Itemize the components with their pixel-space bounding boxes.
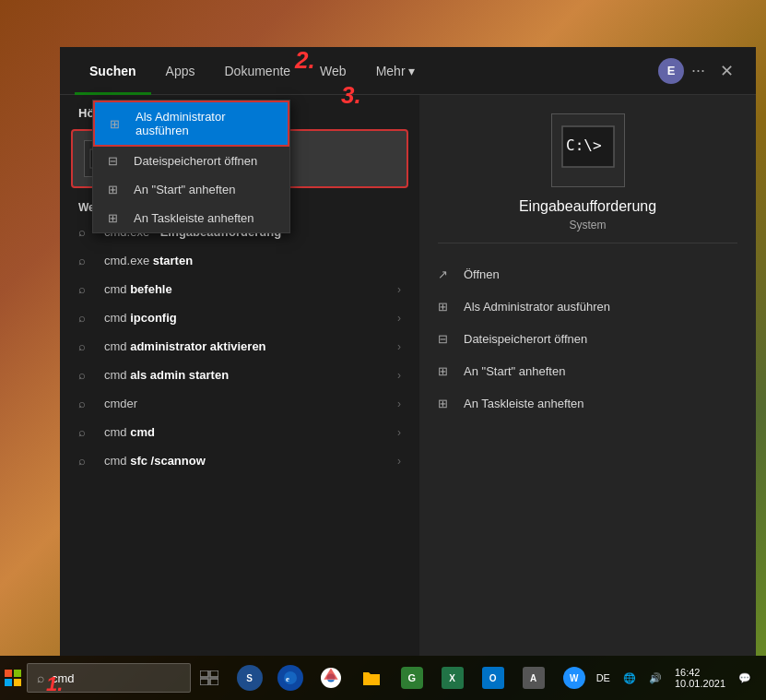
context-pin-taskbar-label: An Taskleiste anheften bbox=[134, 211, 254, 225]
context-pin-start-icon: ⊞ bbox=[108, 183, 123, 196]
taskbar-icon-blue3[interactable]: W bbox=[556, 656, 593, 700]
arrow-icon: › bbox=[397, 369, 401, 382]
right-action-pin-taskbar[interactable]: ⊞ An Taskleiste anheften bbox=[438, 387, 737, 420]
svg-rect-4 bbox=[5, 670, 12, 677]
context-menu-pin-start[interactable]: ⊞ An "Start" anheften bbox=[93, 175, 289, 204]
right-panel-subtitle: System bbox=[438, 219, 737, 243]
context-pin-start-label: An "Start" anheften bbox=[134, 183, 235, 196]
folder-icon bbox=[361, 669, 382, 687]
right-action-open[interactable]: ↗ Öffnen bbox=[438, 258, 737, 291]
taskbar-icon-blue2[interactable]: e bbox=[272, 656, 309, 700]
taskbar-search-icon: ⌕ bbox=[37, 670, 44, 685]
close-button[interactable]: ✕ bbox=[713, 61, 741, 81]
right-action-pin-taskbar-label: An Taskleiste anheften bbox=[464, 397, 584, 410]
tab-suchen[interactable]: Suchen bbox=[75, 47, 151, 95]
taskbar-time: 16:4210.01.2021 bbox=[671, 665, 729, 691]
taskbar-icon-outlook[interactable]: O bbox=[475, 656, 512, 700]
svg-text:C:\>: C:\> bbox=[566, 136, 602, 154]
list-item[interactable]: ⌕ cmder › bbox=[60, 389, 419, 418]
open-icon: ↗ bbox=[438, 267, 453, 281]
svg-text:e: e bbox=[286, 674, 289, 683]
tab-apps[interactable]: Apps bbox=[151, 47, 210, 95]
search-icon: ⌕ bbox=[78, 254, 93, 267]
tab-dokumente[interactable]: Dokumente bbox=[210, 47, 306, 95]
search-result-text: cmd.exe starten bbox=[104, 254, 193, 267]
right-action-pin-start[interactable]: ⊞ An "Start" anheften bbox=[438, 355, 737, 387]
taskbar-icon-blue1[interactable]: S bbox=[231, 656, 268, 700]
taskbar: ⌕ cmd 1. S e bbox=[0, 656, 766, 700]
taskbar-network-icon[interactable]: 🌐 bbox=[619, 670, 640, 686]
context-pin-taskbar-icon: ⊞ bbox=[108, 211, 123, 225]
arrow-icon: › bbox=[397, 397, 401, 410]
list-item[interactable]: ⌕ cmd administrator aktivieren › bbox=[60, 332, 419, 361]
taskbar-icon-green[interactable]: G bbox=[394, 656, 430, 700]
svg-rect-8 bbox=[200, 670, 208, 677]
arrow-icon: › bbox=[397, 455, 401, 468]
search-result-text: cmder bbox=[104, 397, 137, 410]
right-action-run-admin[interactable]: ⊞ Als Administrator ausführen bbox=[438, 291, 737, 323]
right-action-pin-start-label: An "Start" anheften bbox=[464, 364, 565, 378]
arrow-icon: › bbox=[397, 340, 401, 353]
search-icon: ⌕ bbox=[78, 368, 93, 382]
context-shield-icon: ⊞ bbox=[110, 117, 124, 131]
taskbar-icon-folder[interactable] bbox=[353, 656, 390, 700]
search-icon: ⌕ bbox=[78, 425, 93, 439]
shield-icon: ⊞ bbox=[438, 300, 453, 314]
user-icon[interactable]: E bbox=[658, 58, 684, 84]
arrow-icon: › bbox=[397, 283, 401, 296]
search-icon: ⌕ bbox=[78, 397, 93, 410]
search-icon: ⌕ bbox=[78, 454, 93, 468]
taskbar-language[interactable]: DE bbox=[593, 670, 614, 685]
svg-rect-7 bbox=[14, 679, 21, 686]
annotation-3: 3. bbox=[341, 81, 361, 110]
search-result-text: cmd ipconfig bbox=[104, 311, 177, 325]
context-menu-open-location[interactable]: ⊟ Dateispeicherort öffnen bbox=[93, 147, 289, 175]
context-menu-run-admin[interactable]: ⊞ Als Administrator ausführen bbox=[93, 101, 289, 147]
annotation-2: 2. bbox=[295, 46, 315, 75]
start-button[interactable] bbox=[0, 656, 27, 700]
taskbar-notification[interactable]: 💬 bbox=[735, 670, 755, 686]
context-open-location-label: Dateispeicherort öffnen bbox=[134, 154, 257, 168]
arrow-icon: › bbox=[397, 312, 401, 325]
svg-rect-11 bbox=[210, 679, 218, 685]
chrome-icon bbox=[320, 667, 342, 689]
list-item[interactable]: ⌕ cmd sfc /scannow › bbox=[60, 446, 419, 475]
tab-mehr[interactable]: Mehr ▾ bbox=[361, 47, 430, 95]
search-tabs: Suchen Apps Dokumente Web Mehr ▾ E ··· ✕ bbox=[60, 47, 756, 95]
list-item[interactable]: ⌕ cmd als admin starten › bbox=[60, 361, 419, 389]
search-icon: ⌕ bbox=[78, 282, 93, 296]
annotation-1: 1. bbox=[46, 672, 63, 696]
taskbar-icon-av[interactable]: A bbox=[515, 656, 552, 700]
taskbar-volume-icon[interactable]: 🔊 bbox=[645, 670, 666, 686]
folder-icon: ⊟ bbox=[438, 332, 453, 346]
taskbar-icon-excel[interactable]: X bbox=[434, 656, 471, 700]
context-menu-pin-taskbar[interactable]: ⊞ An Taskleiste anheften bbox=[93, 204, 289, 232]
right-panel-cmd-icon: C:\> bbox=[551, 113, 625, 187]
svg-rect-10 bbox=[200, 679, 208, 685]
right-panel: C:\> Eingabeaufforderung System ↗ Öffnen… bbox=[419, 95, 756, 656]
right-action-run-admin-label: Als Administrator ausführen bbox=[464, 300, 610, 314]
right-action-open-label: Öffnen bbox=[464, 267, 500, 281]
taskbar-icon-chrome[interactable] bbox=[312, 656, 349, 700]
list-item[interactable]: ⌕ cmd ipconfig › bbox=[60, 303, 419, 332]
task-view-icon bbox=[200, 670, 218, 685]
taskbar-icons: S e bbox=[231, 656, 593, 700]
right-action-location-label: Dateispeicherort öffnen bbox=[464, 332, 587, 346]
search-result-text: cmd befehle bbox=[104, 282, 172, 296]
context-folder-icon: ⊟ bbox=[108, 154, 123, 168]
search-icon: ⌕ bbox=[78, 339, 93, 353]
list-item[interactable]: ⌕ cmd.exe starten bbox=[60, 246, 419, 275]
search-result-text: cmd als admin starten bbox=[104, 368, 229, 382]
list-item[interactable]: ⌕ cmd cmd › bbox=[60, 418, 419, 446]
right-cmd-svg: C:\> bbox=[560, 123, 616, 178]
list-item[interactable]: ⌕ cmd befehle › bbox=[60, 275, 419, 303]
pin-taskbar-icon: ⊞ bbox=[438, 397, 453, 410]
search-icon: ⌕ bbox=[78, 225, 93, 239]
taskbar-system-tray: DE 🌐 🔊 16:4210.01.2021 💬 bbox=[593, 665, 766, 691]
task-view-button[interactable] bbox=[198, 656, 220, 700]
search-result-text: cmd sfc /scannow bbox=[104, 454, 206, 468]
windows-logo-icon bbox=[5, 670, 21, 686]
context-menu: ⊞ Als Administrator ausführen ⊟ Dateispe… bbox=[92, 100, 290, 233]
more-options-button[interactable]: ··· bbox=[684, 61, 713, 80]
right-action-location[interactable]: ⊟ Dateispeicherort öffnen bbox=[438, 323, 737, 355]
